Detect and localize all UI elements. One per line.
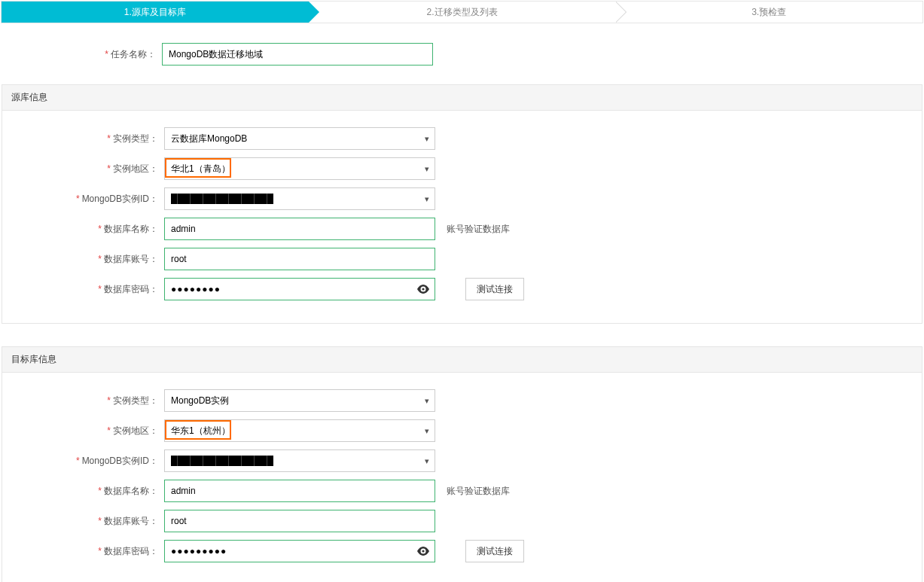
source-instance-type-select[interactable]: 云数据库MongoDB bbox=[164, 127, 435, 150]
target-section-title: 目标库信息 bbox=[2, 347, 922, 373]
target-instance-region-select[interactable]: 华东1（杭州） bbox=[164, 419, 435, 442]
source-db-name-input[interactable] bbox=[164, 218, 435, 240]
source-db-password-input[interactable] bbox=[164, 278, 435, 300]
source-db-account-label: *数据库账号： bbox=[2, 253, 164, 266]
source-instance-region-select[interactable]: 华北1（青岛） bbox=[164, 157, 435, 180]
target-db-account-input[interactable] bbox=[164, 510, 435, 532]
source-instance-id-label: *MongoDB实例ID： bbox=[2, 193, 164, 206]
target-db-name-label: *数据库名称： bbox=[2, 485, 164, 498]
target-test-connection-button[interactable]: 测试连接 bbox=[465, 540, 524, 562]
eye-icon[interactable] bbox=[417, 285, 429, 294]
step-3[interactable]: 3.预检查 bbox=[615, 2, 922, 23]
target-db-password-label: *数据库密码： bbox=[2, 545, 164, 558]
source-instance-region-label: *实例地区： bbox=[2, 163, 164, 175]
target-section: 目标库信息 *实例类型： MongoDB实例 *实例地区： 华东1（杭州） *M… bbox=[2, 346, 922, 582]
wizard-steps: 1.源库及目标库 2.迁移类型及列表 3.预检查 bbox=[1, 1, 923, 23]
source-instance-type-label: *实例类型： bbox=[2, 133, 164, 145]
step-2[interactable]: 2.迁移类型及列表 bbox=[309, 2, 616, 23]
source-test-connection-button[interactable]: 测试连接 bbox=[465, 278, 524, 300]
target-instance-id-label: *MongoDB实例ID： bbox=[2, 455, 164, 468]
source-section-title: 源库信息 bbox=[2, 85, 922, 111]
task-name-input[interactable] bbox=[162, 43, 433, 66]
svg-point-0 bbox=[422, 288, 424, 290]
source-instance-id-select[interactable]: ████████████████ bbox=[164, 187, 435, 210]
target-instance-type-select[interactable]: MongoDB实例 bbox=[164, 389, 435, 412]
source-db-name-hint: 账号验证数据库 bbox=[435, 223, 510, 236]
source-db-password-label: *数据库密码： bbox=[2, 283, 164, 296]
source-db-name-label: *数据库名称： bbox=[2, 223, 164, 236]
target-db-name-hint: 账号验证数据库 bbox=[435, 485, 510, 498]
target-db-account-label: *数据库账号： bbox=[2, 515, 164, 528]
source-db-account-input[interactable] bbox=[164, 248, 435, 270]
target-instance-type-label: *实例类型： bbox=[2, 395, 164, 407]
eye-icon[interactable] bbox=[417, 547, 429, 556]
task-name-label: *任务名称： bbox=[0, 48, 162, 61]
target-instance-id-select[interactable]: ████████████████ bbox=[164, 449, 435, 472]
target-db-name-input[interactable] bbox=[164, 480, 435, 502]
step-1[interactable]: 1.源库及目标库 bbox=[2, 2, 309, 23]
svg-point-1 bbox=[422, 550, 424, 552]
target-instance-region-label: *实例地区： bbox=[2, 425, 164, 437]
source-section: 源库信息 *实例类型： 云数据库MongoDB *实例地区： 华北1（青岛） *… bbox=[2, 84, 922, 324]
target-db-password-input[interactable] bbox=[164, 540, 435, 562]
